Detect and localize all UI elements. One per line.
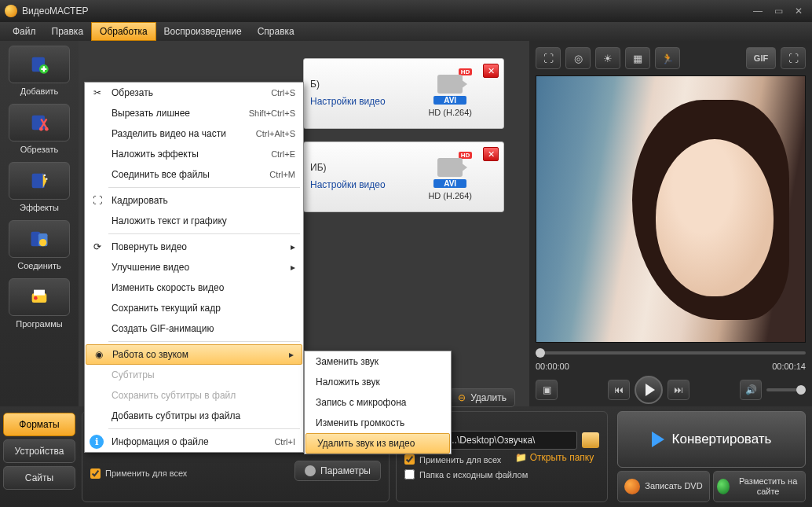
submenu-item[interactable]: Запись с микрофона [305,392,451,413]
remove-file-button[interactable]: ✕ [483,64,499,78]
submenu-item[interactable]: Изменить громкость [305,413,451,433]
menu-item[interactable]: ◉Работа со звуком▸ [86,344,302,365]
total-time: 00:00:14 [772,362,806,371]
app-title: ВидеоМАСТЕР [22,6,88,17]
svg-point-7 [46,178,47,180]
menu-item[interactable]: Соединить все файлыCtrl+M [85,164,303,185]
prev-button[interactable]: ⏮ [608,380,630,400]
disc-icon [624,479,640,494]
menu-item[interactable]: Сохранить текущий кадр [85,298,303,318]
menu-item[interactable]: Наложить текст и графику [85,211,303,231]
add-label: Добавить [20,86,59,96]
trim-label: Обрезать [20,145,59,154]
trim-button[interactable] [9,104,70,141]
brightness-button[interactable]: ☀ [595,47,620,69]
minimize-button[interactable]: — [749,5,766,17]
browse-folder-button[interactable] [582,432,599,448]
submenu-item[interactable]: Наложить звук [305,372,451,392]
menu-file[interactable]: Файл [5,22,44,41]
burn-dvd-button[interactable]: Записать DVD [617,471,710,502]
svg-point-13 [34,296,38,300]
open-folder-link[interactable]: 📁 Открыть папку [515,452,594,463]
programs-label: Программы [16,319,62,329]
programs-button[interactable] [9,278,70,316]
codec-label: HD (H.264) [428,108,472,117]
seek-bar[interactable] [536,346,806,360]
maximize-button[interactable]: ▭ [770,5,787,17]
video-settings-link[interactable]: Настройки видео [310,179,386,190]
apply-all-checkbox[interactable]: Применить для всех [90,468,187,479]
delete-icon: ⊖ [458,392,466,403]
menu-item[interactable]: Наложить эффектыCtrl+E [85,144,303,164]
close-button[interactable]: ✕ [790,5,807,17]
source-folder-checkbox[interactable]: Папка с исходным файлом [404,469,599,479]
tool-button[interactable]: ◎ [565,47,591,69]
add-button[interactable] [9,46,70,83]
gear-icon [305,465,316,476]
menu-item[interactable]: Вырезать лишнееShift+Ctrl+S [85,103,303,123]
effects-label: Эффекты [20,203,59,212]
gif-button[interactable]: GIF [746,47,776,69]
volume-slider[interactable] [766,388,806,391]
time-display: 00:00:00 00:00:14 [536,362,806,371]
crop-tool-button[interactable]: ⛶ [536,47,561,69]
speed-button[interactable]: 🏃 [655,47,680,69]
fullscreen-button[interactable]: ⛶ [781,47,806,69]
join-label: Соединить [17,261,61,270]
menu-item[interactable]: Улучшение видео▸ [85,257,303,277]
tool-button[interactable]: ▦ [625,47,650,69]
menu-processing[interactable]: Обработка [91,22,156,41]
publish-button[interactable]: Разместить на сайте [713,471,806,502]
current-time: 00:00:00 [536,362,569,371]
menu-item[interactable]: Разделить видео на частиCtrl+Alt+S [85,123,303,144]
svg-point-10 [39,239,46,246]
file-card[interactable]: Б) Настройки видео HD AVI HD (H.264) ✕ [303,58,504,129]
file-size: Б) [310,79,320,90]
play-button[interactable] [635,376,663,404]
menubar: Файл Правка Обработка Воспроизведение Сп… [0,22,812,41]
remove-file-button[interactable]: ✕ [483,147,499,161]
next-button[interactable]: ⏭ [668,380,689,400]
sidebar: Добавить Обрезать Эффекты Соединить Прог… [0,41,79,406]
join-button[interactable] [9,220,70,258]
audio-submenu: Заменить звукНаложить звукЗапись с микро… [304,351,452,454]
menu-item[interactable]: Изменить скорость видео [85,277,303,298]
delete-button[interactable]: ⊖Удалить [449,388,515,407]
menu-item[interactable]: Создать GIF-анимацию [85,318,303,339]
tab-devices[interactable]: Устройства [3,439,75,463]
app-window: ВидеоМАСТЕР — ▭ ✕ Файл Правка Обработка … [0,0,812,507]
submenu-item[interactable]: Заменить звук [305,351,451,372]
video-preview[interactable] [536,75,806,343]
scissors-icon: ✂ [90,85,105,101]
playback-controls: ▣ ⏮ ⏭ 🔊 [536,376,806,404]
menu-item[interactable]: ⟳Повернуть видео▸ [85,237,303,257]
tab-formats[interactable]: Форматы [3,413,75,436]
menu-item[interactable]: Добавить субтитры из файла [85,406,303,426]
video-settings-link[interactable]: Настройки видео [310,96,386,107]
volume-button[interactable]: 🔊 [740,380,762,400]
file-card[interactable]: ИБ) Настройки видео HD AVI HD (H.264) ✕ [303,141,504,212]
rotate-icon: ⟳ [90,239,105,255]
params-button[interactable]: Параметры [294,461,381,481]
menu-item: Сохранить субтитры в файл [85,385,303,406]
menu-help[interactable]: Справка [250,22,302,41]
apply-all-dest-checkbox[interactable]: Применить для всех [404,454,501,465]
convert-button[interactable]: Конвертировать [617,411,806,468]
titlebar: ВидеоМАСТЕР — ▭ ✕ [0,0,812,22]
menu-edit[interactable]: Правка [44,22,92,41]
preview-panel: ⛶ ◎ ☀ ▦ 🏃 GIF ⛶ 00:00:00 00:00:14 ▣ ⏮ [529,41,812,406]
snapshot-button[interactable]: ▣ [536,380,558,400]
app-icon [5,5,17,17]
menu-item[interactable]: ℹИнформация о файлеCtrl+I [85,432,303,452]
svg-point-3 [39,127,43,131]
menu-playback[interactable]: Воспроизведение [156,22,250,41]
menu-item[interactable]: ✂ОбрезатьCtrl+S [85,83,303,103]
effects-button[interactable] [9,162,70,200]
crop-icon: ⛶ [90,193,105,208]
submenu-item[interactable]: Удалить звук из видео [305,433,450,454]
svg-point-4 [45,127,49,131]
menu-item[interactable]: ⛶Кадрировать [85,190,303,211]
tab-sites[interactable]: Сайты [3,466,75,490]
svg-rect-12 [34,290,45,296]
processing-menu: ✂ОбрезатьCtrl+SВырезать лишнееShift+Ctrl… [84,82,304,453]
